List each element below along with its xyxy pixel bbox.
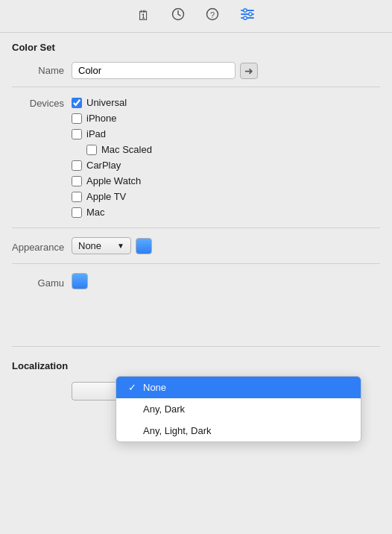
universal-label: Universal (86, 97, 127, 108)
name-input-row: ➜ (72, 62, 380, 79)
carplay-checkbox[interactable] (72, 160, 82, 171)
apple-tv-checkbox[interactable] (72, 192, 82, 202)
apple-tv-label: Apple TV (86, 191, 126, 202)
device-apple-watch: Apple Watch (72, 173, 152, 189)
svg-point-7 (249, 13, 252, 16)
filter-icon[interactable] (240, 7, 255, 25)
ipad-label: iPad (86, 128, 106, 139)
chevron-down-icon: ▼ (117, 242, 124, 250)
name-divider (12, 87, 380, 87)
appearance-dropdown-value: None (78, 240, 101, 251)
dropdown-item-any-light-dark[interactable]: ✓ Any, Light, Dark (116, 420, 361, 442)
iphone-checkbox[interactable] (72, 113, 82, 124)
name-input[interactable] (72, 62, 235, 79)
appearance-dropdown-button[interactable]: None ▼ (72, 237, 131, 254)
appearance-color-swatch[interactable] (136, 238, 152, 254)
device-iphone: iPhone (72, 110, 152, 126)
name-arrow-button[interactable]: ➜ (240, 63, 258, 79)
localization-header: Localization (0, 351, 392, 377)
appearance-content: None ▼ (72, 237, 152, 254)
dropdown-item-any-dark[interactable]: ✓ Any, Dark (116, 398, 361, 420)
main-content: Color Set Name ➜ Devices Universal iPhon… (0, 33, 392, 409)
dropdown-item-none[interactable]: ✓ None (116, 377, 361, 398)
carplay-label: CarPlay (86, 160, 121, 171)
document-icon[interactable]: 🗓 (137, 8, 151, 24)
appearance-divider (12, 263, 380, 264)
mac-scaled-checkbox[interactable] (86, 145, 97, 155)
color-set-header: Color Set (0, 33, 392, 59)
svg-point-8 (244, 16, 247, 19)
dropdown-any-dark-label: Any, Dark (143, 403, 185, 415)
gamut-divider (12, 346, 380, 347)
device-carplay: CarPlay (72, 157, 152, 173)
appearance-dropdown-popup: ✓ None ✓ Any, Dark ✓ Any, Light, Dark (116, 376, 361, 442)
toolbar: 🗓 ? (0, 0, 392, 33)
svg-text:?: ? (210, 10, 215, 19)
device-universal: Universal (72, 95, 152, 110)
appearance-row: Appearance None ▼ (0, 233, 392, 259)
mac-checkbox[interactable] (72, 207, 82, 218)
devices-content: Universal iPhone iPad Mac Scaled CarPlay (72, 95, 152, 220)
dropdown-any-light-dark-label: Any, Light, Dark (143, 425, 212, 436)
iphone-label: iPhone (86, 113, 116, 124)
dropdown-none-label: None (143, 382, 166, 393)
name-label: Name (12, 62, 72, 76)
device-apple-tv: Apple TV (72, 189, 152, 204)
gamut-color-swatch[interactable] (72, 273, 88, 289)
help-icon[interactable]: ? (206, 7, 219, 25)
checkmark-icon: ✓ (127, 382, 137, 393)
device-mac-scaled: Mac Scaled (72, 142, 152, 157)
universal-checkbox[interactable] (72, 98, 82, 108)
gamut-content (72, 273, 88, 289)
name-row: Name ➜ (0, 59, 392, 82)
apple-watch-checkbox[interactable] (72, 176, 82, 186)
device-mac: Mac (72, 204, 152, 220)
devices-divider (12, 227, 380, 228)
appearance-label: Appearance (12, 239, 72, 253)
svg-point-6 (244, 9, 247, 12)
device-ipad: iPad (72, 126, 152, 142)
gamut-row: Gamu (0, 268, 392, 294)
name-content: ➜ (72, 62, 380, 79)
ipad-checkbox[interactable] (72, 129, 82, 139)
devices-label: Devices (12, 95, 72, 109)
mac-scaled-label: Mac Scaled (101, 144, 152, 155)
apple-watch-label: Apple Watch (86, 175, 141, 186)
gamut-label: Gamu (12, 274, 72, 289)
mac-label: Mac (86, 207, 105, 218)
devices-row: Devices Universal iPhone iPad Mac Scaled… (0, 92, 392, 223)
history-icon[interactable] (171, 7, 185, 25)
